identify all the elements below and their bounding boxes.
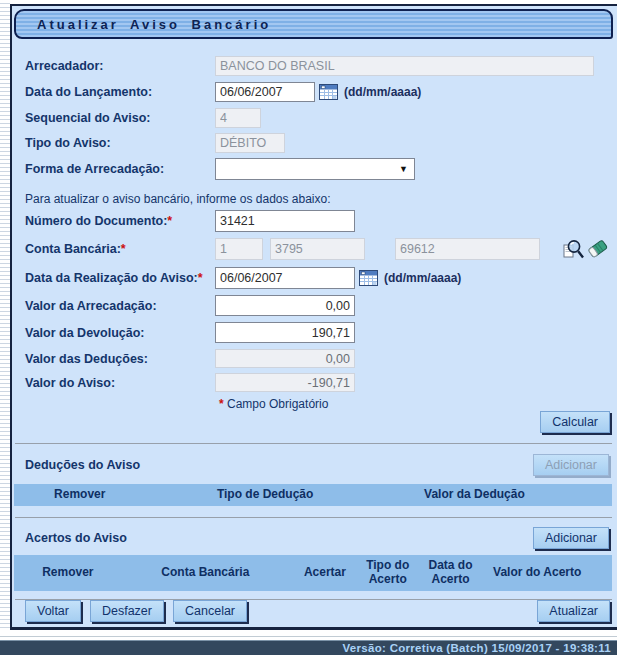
required-asterisk: *	[121, 242, 126, 256]
field-row-valor-aviso: Valor do Aviso:	[25, 373, 617, 392]
deducoes-section-header: Deduções do Aviso Adicionar	[25, 453, 609, 476]
conta-numero-field	[395, 238, 540, 260]
acertos-title: Acertos do Aviso	[25, 531, 127, 545]
field-row-conta-bancaria: Conta Bancária:*	[25, 238, 617, 260]
divider	[15, 443, 612, 444]
atualizar-button[interactable]: Atualizar	[537, 600, 610, 622]
tipo-aviso-field	[215, 133, 285, 153]
field-row-valor-arrecadacao: Valor da Arrecadação:	[25, 295, 617, 316]
conta-banco-field	[215, 238, 263, 260]
cancelar-button[interactable]: Cancelar	[173, 600, 247, 622]
numero-documento-label: Número do Documento:*	[25, 214, 215, 228]
data-lancamento-label: Data do Lançamento:	[25, 85, 215, 99]
acertos-col-remover: Remover	[14, 566, 122, 580]
forma-arrecadacao-label: Forma de Arrecadação:	[25, 162, 215, 176]
valor-devolucao-input[interactable]	[215, 322, 355, 343]
arrecadador-label: Arrecadador:	[25, 59, 215, 73]
deducoes-title: Deduções do Aviso	[25, 458, 140, 472]
field-row-forma-arrecadacao: Forma de Arrecadação: ▼	[25, 158, 617, 180]
required-asterisk: *	[198, 271, 203, 285]
conta-agencia-field	[270, 238, 365, 260]
conta-bancaria-label: Conta Bancária:*	[25, 242, 215, 256]
deducoes-col-tipo: Tipo de Dedução	[146, 488, 385, 502]
acertos-col-acertar: Acertar	[289, 566, 361, 580]
main-panel: Atualizar Aviso Bancário Arrecadador: Da…	[10, 4, 617, 630]
valor-aviso-label: Valor do Aviso:	[25, 376, 215, 390]
deducoes-col-remover: Remover	[14, 488, 146, 502]
data-lancamento-input[interactable]	[215, 82, 315, 102]
calendar-icon	[359, 270, 378, 286]
instruction-text: Para atualizar o aviso bancário, informe…	[25, 192, 617, 206]
deducoes-table-header: Remover Tipo de Dedução Valor da Dedução	[14, 484, 612, 506]
required-asterisk: *	[167, 214, 172, 228]
field-row-data-lancamento: Data do Lançamento: (dd/mm/aaaa)	[25, 81, 617, 103]
search-icon	[562, 238, 585, 261]
footer-divider	[0, 636, 617, 637]
field-row-valor-deducoes: Valor das Deduções:	[25, 349, 617, 368]
acertos-col-valor: Valor do Acerto	[486, 566, 588, 580]
field-row-arrecadador: Arrecadador:	[25, 56, 617, 76]
calendar-icon	[319, 84, 338, 100]
version-text: Versão: Corretiva (Batch) 15/09/2017 - 1…	[342, 642, 611, 654]
field-row-sequencial: Sequencial do Aviso:	[25, 108, 617, 128]
data-realizacao-calendar-button[interactable]	[359, 267, 378, 289]
voltar-button[interactable]: Voltar	[25, 600, 81, 622]
valor-arrecadacao-input[interactable]	[215, 295, 355, 316]
field-row-valor-devolucao: Valor da Devolução:	[25, 322, 617, 343]
required-note: * Campo Obrigatório	[219, 397, 617, 411]
field-row-data-realizacao: Data da Realização do Aviso:* (dd/mm/aaa…	[25, 267, 617, 289]
field-row-tipo-aviso: Tipo do Aviso:	[25, 133, 617, 153]
chevron-down-icon: ▼	[399, 165, 414, 174]
acertos-adicionar-button[interactable]: Adicionar	[533, 527, 609, 549]
field-row-numero-documento: Número do Documento:*	[25, 210, 617, 232]
conta-search-button[interactable]	[562, 238, 585, 260]
form-area: Arrecadador: Data do Lançamento: (dd/mm/…	[12, 56, 617, 435]
acertos-col-data: Data do Acerto	[415, 559, 487, 587]
valor-devolucao-label: Valor da Devolução:	[25, 326, 215, 340]
sequencial-field	[215, 108, 261, 128]
valor-aviso-field	[215, 373, 355, 392]
conta-clear-button[interactable]	[586, 238, 610, 260]
desfazer-button[interactable]: Desfazer	[90, 600, 164, 622]
eraser-icon	[586, 238, 610, 261]
acertos-col-tipo: Tipo do Acerto	[361, 559, 415, 587]
deducoes-col-valor: Valor da Dedução	[385, 488, 564, 502]
data-lancamento-calendar-button[interactable]	[319, 81, 338, 103]
acertos-col-conta: Conta Bancária	[122, 566, 289, 580]
numero-documento-input[interactable]	[215, 210, 355, 232]
valor-arrecadacao-label: Valor da Arrecadação:	[25, 299, 215, 313]
calcular-button[interactable]: Calcular	[540, 411, 610, 433]
tipo-aviso-label: Tipo do Aviso:	[25, 136, 215, 150]
acertos-table-header: Remover Conta Bancária Acertar Tipo do A…	[14, 555, 612, 591]
deducoes-adicionar-button[interactable]: Adicionar	[533, 454, 609, 476]
bottom-button-bar: Voltar Desfazer Cancelar Atualizar	[25, 600, 610, 622]
date-format-hint: (dd/mm/aaaa)	[344, 85, 421, 99]
valor-deducoes-field	[215, 349, 355, 368]
page-title: Atualizar Aviso Bancário	[16, 17, 271, 32]
sequencial-label: Sequencial do Aviso:	[25, 111, 215, 125]
left-edge-decoration	[0, 0, 10, 631]
data-realizacao-input[interactable]	[215, 267, 355, 289]
arrecadador-field	[215, 56, 594, 76]
acertos-section-header: Acertos do Aviso Adicionar	[25, 527, 609, 550]
date-format-hint: (dd/mm/aaaa)	[384, 271, 461, 285]
page-title-tab: Atualizar Aviso Bancário	[14, 9, 613, 39]
divider	[15, 517, 612, 518]
forma-arrecadacao-select[interactable]: ▼	[215, 158, 415, 180]
data-realizacao-label: Data da Realização do Aviso:*	[25, 271, 215, 285]
version-footer: Versão: Corretiva (Batch) 15/09/2017 - 1…	[0, 640, 617, 655]
valor-deducoes-label: Valor das Deduções:	[25, 352, 215, 366]
